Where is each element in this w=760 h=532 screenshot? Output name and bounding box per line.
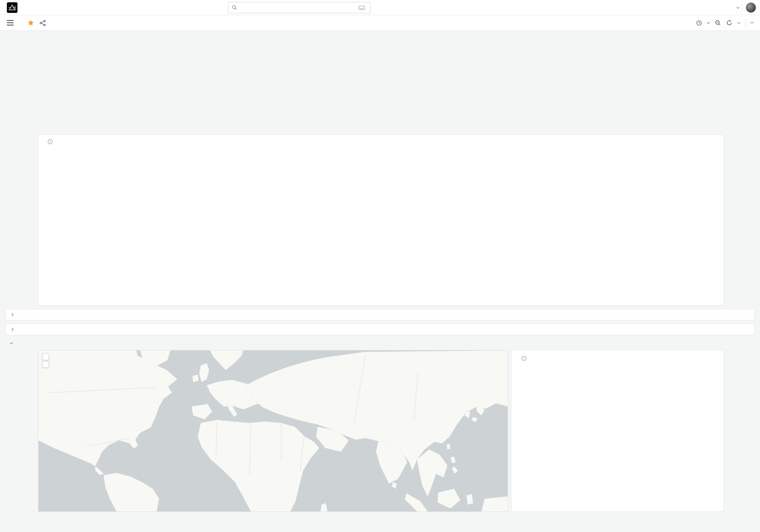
prism-icon	[8, 3, 17, 12]
row-top-pages[interactable]	[6, 324, 754, 335]
time-range-picker[interactable]	[696, 20, 709, 26]
divider	[745, 19, 746, 27]
top-nav	[0, 0, 760, 15]
row-sources[interactable]	[6, 309, 754, 320]
map-zoom-in-button[interactable]	[42, 353, 49, 360]
top-locations-panel	[511, 350, 724, 512]
global-search[interactable]	[228, 2, 370, 13]
zoom-out-icon	[715, 20, 721, 26]
keyboard-icon	[359, 6, 365, 10]
refresh-interval-dropdown[interactable]	[737, 21, 740, 24]
zoom-out-time-button[interactable]	[715, 20, 721, 26]
info-icon[interactable]	[521, 356, 527, 361]
prisme-logo[interactable]	[7, 2, 17, 13]
menu-icon[interactable]	[7, 20, 14, 25]
summary-wide-row	[38, 106, 724, 130]
chevron-right-icon	[10, 313, 13, 316]
avatar[interactable]	[746, 2, 756, 13]
chevron-right-icon	[10, 328, 13, 331]
search-shortcut	[359, 6, 367, 10]
collapse-toolbar-button[interactable]	[751, 22, 753, 24]
world-map	[38, 350, 508, 511]
summary-stats-row	[38, 44, 724, 101]
time-series-panel	[38, 134, 724, 306]
share-icon[interactable]	[40, 20, 46, 26]
chevron-down-icon	[736, 5, 739, 8]
add-button[interactable]	[735, 6, 739, 9]
search-icon	[232, 5, 237, 10]
info-icon[interactable]	[48, 139, 53, 144]
map-zoom-out-button[interactable]	[42, 361, 49, 368]
search-input[interactable]	[240, 5, 356, 11]
chevron-down-icon	[707, 21, 710, 24]
refresh-icon	[726, 20, 732, 26]
dashboard-content	[0, 37, 760, 512]
time-series-chart	[41, 145, 720, 288]
refresh-button[interactable]	[726, 20, 732, 26]
chevron-down-icon	[10, 341, 13, 344]
clock-icon	[696, 20, 702, 26]
row-locations[interactable]	[10, 338, 754, 348]
favorite-star-icon[interactable]	[27, 19, 34, 26]
geomap-panel[interactable]	[38, 350, 508, 512]
dashboard-toolbar	[0, 15, 760, 31]
divider	[742, 3, 743, 12]
